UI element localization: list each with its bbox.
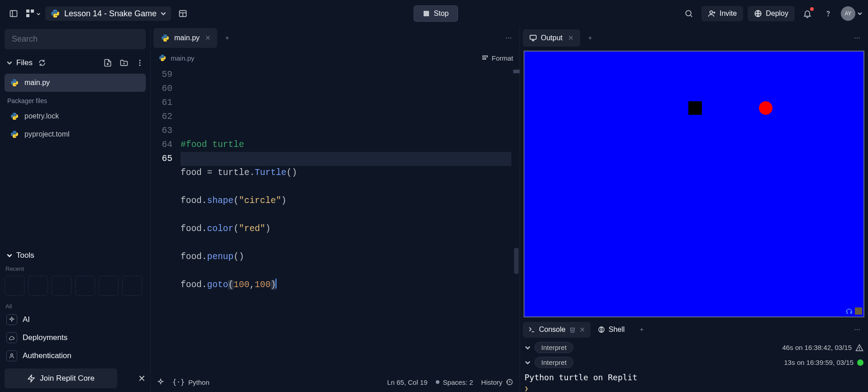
more-icon[interactable] bbox=[136, 59, 144, 67]
python-icon bbox=[9, 111, 20, 122]
packager-label: Packager files bbox=[5, 92, 146, 107]
more-icon[interactable]: ⋯ bbox=[501, 30, 517, 46]
headphones-icon[interactable] bbox=[845, 307, 853, 315]
indent-status[interactable]: Spaces: 2 bbox=[436, 378, 473, 386]
turtle-snake-head bbox=[688, 101, 702, 115]
recent-slot[interactable] bbox=[5, 276, 24, 296]
tab-shell[interactable]: Shell bbox=[592, 322, 630, 337]
close-icon[interactable]: ✕ bbox=[579, 326, 585, 334]
warning-icon bbox=[855, 344, 863, 352]
trash-icon[interactable] bbox=[569, 326, 576, 333]
account-menu[interactable]: AY bbox=[841, 6, 863, 21]
add-tab-button[interactable]: ＋ bbox=[219, 30, 235, 46]
join-replit-core-button[interactable]: Join Replit Core bbox=[5, 368, 117, 388]
language-status[interactable]: {·}Python bbox=[172, 378, 210, 386]
new-folder-icon[interactable] bbox=[119, 58, 129, 67]
tools-header[interactable]: Tools bbox=[5, 246, 146, 264]
more-icon[interactable]: ⋯ bbox=[849, 321, 865, 338]
more-icon[interactable]: ⋯ bbox=[849, 30, 865, 46]
recent-slot[interactable] bbox=[99, 276, 119, 296]
close-icon[interactable]: ✕ bbox=[568, 34, 574, 42]
bolt-icon bbox=[27, 374, 35, 383]
files-label: Files bbox=[16, 58, 33, 67]
apps-menu-icon[interactable] bbox=[25, 5, 42, 22]
console-entry[interactable]: Interpret 46s on 16:38:42, 03/15 bbox=[525, 340, 863, 355]
stop-icon bbox=[423, 10, 429, 17]
invite-label: Invite bbox=[720, 9, 737, 18]
tab-console[interactable]: Console ✕ bbox=[523, 322, 591, 338]
tab-output[interactable]: Output ✕ bbox=[523, 29, 580, 47]
scrollbar[interactable] bbox=[513, 67, 520, 372]
sidebar: Search Files main.py Packager files poet… bbox=[0, 27, 150, 392]
recent-slot[interactable] bbox=[28, 276, 48, 296]
cursor-position[interactable]: Ln 65, Col 19 bbox=[387, 378, 427, 386]
recent-slot[interactable] bbox=[122, 276, 142, 296]
svg-rect-3 bbox=[31, 9, 34, 13]
tool-deployments[interactable]: Deployments bbox=[5, 329, 146, 347]
python-icon bbox=[160, 33, 171, 43]
console-entry[interactable]: Interpret 13s on 16:39:59, 03/15 bbox=[525, 355, 863, 370]
tool-authentication[interactable]: Authentication bbox=[5, 347, 146, 365]
main-area: Search Files main.py Packager files poet… bbox=[0, 27, 868, 392]
file-name: pyproject.toml bbox=[24, 130, 70, 138]
search-icon[interactable] bbox=[681, 5, 697, 22]
history-button[interactable]: History bbox=[481, 378, 513, 386]
recent-tools-row bbox=[5, 273, 146, 302]
format-button[interactable]: Format bbox=[482, 54, 513, 62]
status-bar: {·}Python Ln 65, Col 19 Spaces: 2 Histor… bbox=[151, 372, 520, 392]
console-tabs: Console ✕ Shell ＋ ⋯ bbox=[520, 319, 868, 340]
file-item-pyproject-toml[interactable]: pyproject.toml bbox=[5, 125, 146, 143]
tab-main-py[interactable]: main.py ✕ bbox=[153, 28, 217, 48]
ai-status-icon[interactable] bbox=[157, 378, 164, 386]
search-input[interactable]: Search bbox=[5, 29, 146, 49]
turtle-output-canvas[interactable] bbox=[524, 51, 864, 317]
file-item-main-py[interactable]: main.py bbox=[5, 74, 146, 92]
terminal-icon bbox=[528, 326, 535, 333]
breadcrumb-row: main.py Format bbox=[151, 49, 520, 67]
close-icon[interactable]: ✕ bbox=[205, 34, 211, 42]
close-icon[interactable]: ✕ bbox=[138, 373, 146, 384]
resize-handle[interactable] bbox=[855, 307, 862, 315]
chevron-down-icon bbox=[6, 60, 13, 66]
add-tab-button[interactable]: ＋ bbox=[582, 30, 598, 46]
sync-icon[interactable] bbox=[38, 59, 46, 67]
recent-slot[interactable] bbox=[52, 276, 72, 296]
chevron-down-icon[interactable] bbox=[525, 345, 534, 351]
files-header[interactable]: Files bbox=[5, 56, 146, 70]
invite-button[interactable]: Invite bbox=[701, 6, 743, 21]
console-tab-label: Console bbox=[539, 326, 566, 334]
notifications-icon[interactable] bbox=[799, 5, 816, 22]
python-icon bbox=[50, 8, 61, 19]
help-icon[interactable] bbox=[820, 5, 836, 22]
breadcrumb[interactable]: main.py bbox=[171, 54, 195, 62]
svg-rect-29 bbox=[530, 35, 536, 39]
tool-ai[interactable]: AI bbox=[5, 311, 146, 329]
file-item-poetry-lock[interactable]: poetry.lock bbox=[5, 107, 146, 125]
new-file-icon[interactable] bbox=[103, 58, 112, 67]
console-prompt[interactable]: ❯ bbox=[520, 385, 868, 392]
layout-icon[interactable] bbox=[175, 5, 191, 22]
editor-tabs: main.py ✕ ＋ ⋯ bbox=[151, 27, 520, 49]
python-icon bbox=[9, 129, 20, 140]
code-editor[interactable]: 59606162636465 #food turtle food = turtl… bbox=[151, 67, 520, 372]
status-ok-icon bbox=[857, 359, 863, 366]
sidebar-toggle-icon[interactable] bbox=[5, 5, 22, 22]
project-title[interactable]: Lesson 14 - Snake Game bbox=[45, 6, 171, 21]
cloud-icon bbox=[6, 332, 17, 343]
chevron-down-icon[interactable] bbox=[525, 359, 534, 366]
svg-point-5 bbox=[53, 10, 54, 11]
deploy-label: Deploy bbox=[766, 9, 788, 18]
stop-button[interactable]: Stop bbox=[414, 5, 458, 22]
chevron-down-icon bbox=[6, 252, 13, 259]
recent-slot[interactable] bbox=[75, 276, 95, 296]
file-name: main.py bbox=[24, 79, 50, 87]
deploy-button[interactable]: Deploy bbox=[748, 6, 795, 21]
svg-marker-26 bbox=[28, 375, 34, 382]
turtle-food bbox=[759, 101, 773, 115]
svg-point-34 bbox=[859, 349, 860, 349]
add-tab-button[interactable]: ＋ bbox=[634, 321, 650, 338]
code-lines: #food turtle food = turtle.Turtle() food… bbox=[181, 68, 520, 372]
svg-point-6 bbox=[56, 16, 57, 17]
format-icon bbox=[482, 54, 489, 61]
svg-rect-0 bbox=[10, 10, 17, 16]
